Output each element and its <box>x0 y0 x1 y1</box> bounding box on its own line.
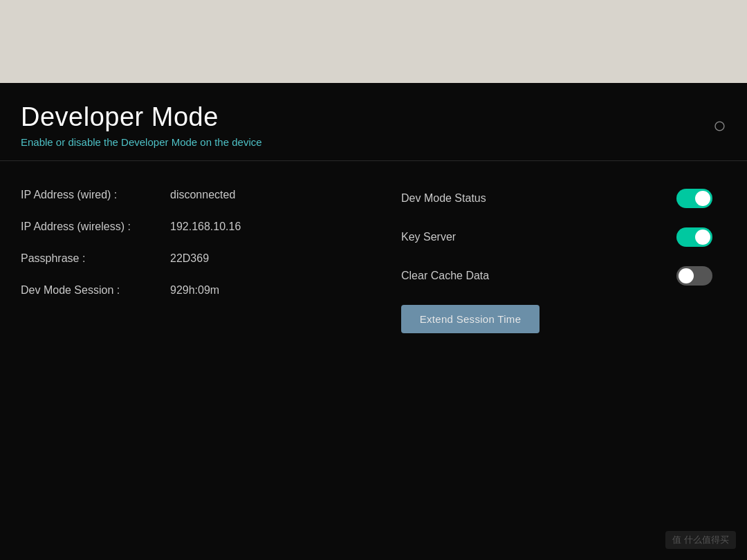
key-server-label: Key Server <box>401 231 456 243</box>
header-section: Developer Mode Enable or disable the Dev… <box>0 83 747 161</box>
page-title: Developer Mode <box>21 102 692 132</box>
watermark: 值 什么值得买 <box>665 531 736 549</box>
key-server-toggle[interactable] <box>676 227 712 247</box>
main-content: Developer Mode Enable or disable the Dev… <box>0 83 747 560</box>
key-server-knob <box>695 230 710 245</box>
page-subtitle: Enable or disable the Developer Mode on … <box>21 136 692 148</box>
clear-cache-slider <box>676 266 712 286</box>
ip-wired-label: IP Address (wired) : <box>21 189 159 201</box>
ip-wired-value: disconnected <box>170 189 235 201</box>
passphrase-row: Passphrase : 22D369 <box>21 252 332 265</box>
dev-mode-session-value: 929h:09m <box>170 284 219 297</box>
ip-wired-row: IP Address (wired) : disconnected <box>21 189 332 201</box>
clear-cache-label: Clear Cache Data <box>401 270 489 282</box>
passphrase-value: 22D369 <box>170 252 209 265</box>
clear-cache-knob <box>679 268 694 283</box>
ip-wireless-value: 192.168.10.16 <box>170 221 241 233</box>
dev-mode-status-slider <box>676 189 712 208</box>
ip-wireless-row: IP Address (wireless) : 192.168.10.16 <box>21 221 332 233</box>
right-column: Dev Mode Status Key Server Clear C <box>374 189 726 534</box>
dev-mode-session-label: Dev Mode Session : <box>21 284 159 297</box>
dev-mode-status-label: Dev Mode Status <box>401 192 486 205</box>
clear-cache-row: Clear Cache Data <box>401 266 726 286</box>
ip-wireless-label: IP Address (wireless) : <box>21 221 159 233</box>
passphrase-label: Passphrase : <box>21 252 159 265</box>
key-server-slider <box>676 227 712 247</box>
dev-mode-status-knob <box>695 191 710 206</box>
info-grid: IP Address (wired) : disconnected IP Add… <box>0 161 747 560</box>
top-bar <box>0 0 747 83</box>
extend-session-button[interactable]: Extend Session Time <box>401 305 540 333</box>
left-column: IP Address (wired) : disconnected IP Add… <box>21 189 374 534</box>
extend-session-row: Extend Session Time <box>401 305 726 333</box>
dev-mode-status-toggle[interactable] <box>676 189 712 208</box>
developer-mode-icon: ○ <box>713 113 726 138</box>
clear-cache-toggle[interactable] <box>676 266 712 286</box>
dev-mode-session-row: Dev Mode Session : 929h:09m <box>21 284 332 297</box>
key-server-row: Key Server <box>401 227 726 247</box>
dev-mode-status-row: Dev Mode Status <box>401 189 726 208</box>
header-text-group: Developer Mode Enable or disable the Dev… <box>21 102 692 148</box>
